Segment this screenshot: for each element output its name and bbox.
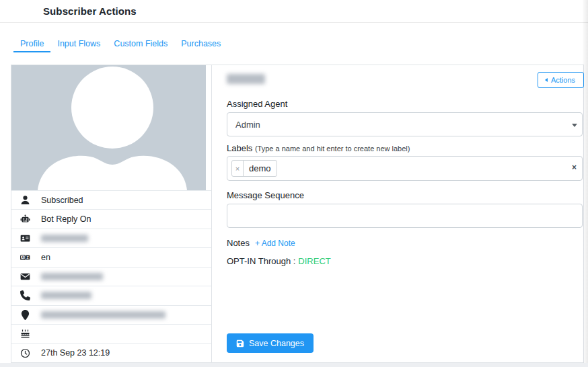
- chip-label: demo: [244, 161, 277, 176]
- add-note-link[interactable]: + Add Note: [255, 239, 295, 248]
- profile-form: Actions Assigned Agent Admin Labels (Typ…: [212, 65, 583, 362]
- modal-header: Subscriber Actions: [0, 0, 588, 23]
- assigned-agent-label: Assigned Agent: [227, 99, 287, 110]
- user-icon: [20, 195, 30, 206]
- language-icon: A Z: [20, 252, 30, 263]
- labels-label-text: Labels: [227, 143, 252, 153]
- content-card: Subscribed Bot Rep: [11, 65, 584, 363]
- subscriber-name-row: Actions: [227, 72, 583, 89]
- labels-label: Labels (Type a name and hit enter to cre…: [227, 142, 410, 155]
- tab-bar: Profile Input Flows Custom Fields Purcha…: [0, 23, 588, 52]
- tab-custom-fields[interactable]: Custom Fields: [107, 34, 174, 52]
- message-sequence-label: Message Sequence: [227, 190, 304, 201]
- location-pin-icon: [20, 309, 30, 320]
- detail-text: Subscribed: [41, 196, 83, 205]
- detail-row-phone: [11, 286, 211, 304]
- optin-through: OPT-IN Through :DIRECT: [227, 256, 331, 266]
- detail-row-birthday: [11, 324, 211, 343]
- redacted-id-text: [41, 235, 88, 242]
- clock-icon: [20, 348, 30, 358]
- detail-row-location: [11, 305, 211, 324]
- assigned-agent-value: Admin: [235, 120, 260, 130]
- chip-remove-button[interactable]: ×: [232, 161, 244, 176]
- optin-value: DIRECT: [298, 256, 330, 266]
- message-sequence-input[interactable]: [227, 204, 583, 228]
- id-card-icon: [20, 233, 30, 244]
- actions-button-label: Actions: [551, 76, 575, 84]
- optin-label: OPT-IN Through :: [227, 256, 295, 266]
- detail-list: Subscribed Bot Rep: [11, 190, 211, 362]
- redacted-location-text: [41, 311, 166, 319]
- chevron-down-icon: [572, 124, 577, 127]
- assigned-agent-select[interactable]: Admin: [227, 112, 583, 136]
- detail-row-status: Subscribed: [11, 190, 211, 209]
- envelope-icon: [20, 271, 30, 282]
- label-chip: × demo: [231, 160, 277, 177]
- tab-input-flows[interactable]: Input Flows: [50, 34, 107, 52]
- page-edge-shadow: [583, 0, 588, 367]
- detail-row-email: [11, 267, 211, 286]
- page-edge-background: [0, 363, 588, 367]
- detail-row-id: [11, 229, 211, 247]
- labels-input[interactable]: × demo ×: [227, 156, 583, 181]
- detail-row-bot-reply: Bot Reply On: [11, 209, 211, 228]
- profile-panel: Subscribed Bot Rep: [11, 65, 212, 362]
- subscriber-actions-modal: Subscriber Actions Profile Input Flows C…: [0, 0, 588, 363]
- clear-labels-button[interactable]: ×: [572, 163, 577, 172]
- svg-text:A: A: [21, 255, 24, 259]
- save-button-label: Save Changes: [249, 339, 304, 348]
- birthday-cake-icon: [20, 329, 30, 339]
- page-title: Subscriber Actions: [43, 5, 137, 17]
- detail-text: 27th Sep 23 12:19: [41, 348, 110, 358]
- detail-row-language: A Z en: [11, 247, 211, 266]
- notes-label: Notes: [227, 238, 250, 248]
- caret-left-icon: [545, 78, 548, 82]
- avatar: [11, 65, 206, 190]
- person-placeholder-image: [11, 65, 206, 190]
- redacted-email-text: [41, 273, 103, 280]
- notes-row: Notes + Add Note: [227, 238, 295, 248]
- redacted-subscriber-name: [227, 74, 265, 84]
- phone-icon: [20, 290, 30, 301]
- save-icon: [236, 339, 244, 348]
- labels-hint: (Type a name and hit enter to create new…: [255, 145, 410, 153]
- detail-row-subscribed-date: 27th Sep 23 12:19: [11, 343, 211, 362]
- robot-icon: [20, 214, 30, 225]
- actions-button[interactable]: Actions: [538, 72, 584, 88]
- tab-purchases[interactable]: Purchases: [174, 34, 227, 52]
- redacted-phone-text: [41, 292, 91, 299]
- detail-text: en: [41, 253, 50, 262]
- tab-profile[interactable]: Profile: [13, 34, 50, 52]
- detail-text: Bot Reply On: [41, 214, 91, 224]
- save-changes-button[interactable]: Save Changes: [227, 333, 314, 353]
